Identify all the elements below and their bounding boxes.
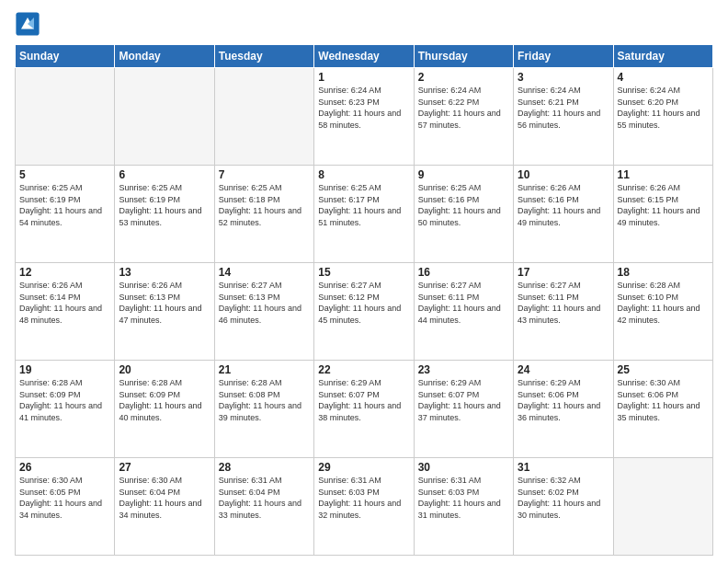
day-cell: 14Sunrise: 6:27 AMSunset: 6:13 PMDayligh… — [214, 263, 313, 361]
week-row-2: 12Sunrise: 6:26 AMSunset: 6:14 PMDayligh… — [16, 263, 713, 361]
day-cell — [115, 68, 214, 166]
weekday-header-saturday: Saturday — [613, 45, 712, 68]
day-info: Sunrise: 6:32 AMSunset: 6:02 PMDaylight:… — [518, 475, 609, 521]
day-info: Sunrise: 6:27 AMSunset: 6:11 PMDaylight:… — [518, 280, 609, 326]
weekday-header-monday: Monday — [115, 45, 214, 68]
day-info: Sunrise: 6:28 AMSunset: 6:09 PMDaylight:… — [119, 377, 210, 423]
day-info: Sunrise: 6:24 AMSunset: 6:20 PMDaylight:… — [618, 85, 709, 131]
weekday-header-friday: Friday — [514, 45, 613, 68]
day-number: 27 — [119, 461, 210, 474]
day-info: Sunrise: 6:27 AMSunset: 6:12 PMDaylight:… — [318, 280, 409, 326]
day-number: 20 — [119, 363, 210, 376]
day-cell — [214, 68, 313, 166]
day-info: Sunrise: 6:24 AMSunset: 6:22 PMDaylight:… — [418, 85, 509, 131]
day-info: Sunrise: 6:25 AMSunset: 6:16 PMDaylight:… — [418, 182, 509, 228]
day-cell: 26Sunrise: 6:30 AMSunset: 6:05 PMDayligh… — [16, 458, 115, 556]
day-number: 25 — [618, 363, 709, 376]
day-info: Sunrise: 6:31 AMSunset: 6:03 PMDaylight:… — [318, 475, 409, 521]
day-info: Sunrise: 6:30 AMSunset: 6:06 PMDaylight:… — [618, 377, 709, 423]
day-number: 16 — [418, 266, 509, 279]
day-number: 30 — [418, 461, 509, 474]
day-number: 9 — [418, 168, 509, 181]
day-cell: 12Sunrise: 6:26 AMSunset: 6:14 PMDayligh… — [16, 263, 115, 361]
weekday-header-thursday: Thursday — [414, 45, 513, 68]
day-number: 11 — [618, 168, 709, 181]
day-info: Sunrise: 6:31 AMSunset: 6:04 PMDaylight:… — [219, 475, 310, 521]
day-cell: 2Sunrise: 6:24 AMSunset: 6:22 PMDaylight… — [414, 68, 513, 166]
day-number: 23 — [418, 363, 509, 376]
day-number: 12 — [19, 266, 110, 279]
day-cell: 13Sunrise: 6:26 AMSunset: 6:13 PMDayligh… — [115, 263, 214, 361]
day-info: Sunrise: 6:25 AMSunset: 6:18 PMDaylight:… — [219, 182, 310, 228]
day-cell: 17Sunrise: 6:27 AMSunset: 6:11 PMDayligh… — [514, 263, 613, 361]
day-number: 13 — [119, 266, 210, 279]
day-cell: 21Sunrise: 6:28 AMSunset: 6:08 PMDayligh… — [214, 361, 313, 458]
week-row-4: 26Sunrise: 6:30 AMSunset: 6:05 PMDayligh… — [16, 458, 713, 556]
day-number: 15 — [318, 266, 409, 279]
day-cell: 6Sunrise: 6:25 AMSunset: 6:19 PMDaylight… — [115, 166, 214, 263]
day-cell: 1Sunrise: 6:24 AMSunset: 6:23 PMDaylight… — [314, 68, 414, 166]
day-cell: 23Sunrise: 6:29 AMSunset: 6:07 PMDayligh… — [414, 361, 513, 458]
day-info: Sunrise: 6:24 AMSunset: 6:23 PMDaylight:… — [318, 85, 409, 131]
day-info: Sunrise: 6:30 AMSunset: 6:05 PMDaylight:… — [19, 475, 110, 521]
day-number: 7 — [219, 168, 310, 181]
day-number: 8 — [318, 168, 409, 181]
day-cell — [16, 68, 115, 166]
day-info: Sunrise: 6:30 AMSunset: 6:04 PMDaylight:… — [119, 475, 210, 521]
day-number: 24 — [518, 363, 609, 376]
day-cell: 3Sunrise: 6:24 AMSunset: 6:21 PMDaylight… — [514, 68, 613, 166]
day-cell: 11Sunrise: 6:26 AMSunset: 6:15 PMDayligh… — [613, 166, 712, 263]
day-number: 5 — [19, 168, 110, 181]
day-cell: 8Sunrise: 6:25 AMSunset: 6:17 PMDaylight… — [314, 166, 414, 263]
weekday-header-wednesday: Wednesday — [314, 45, 414, 68]
day-info: Sunrise: 6:27 AMSunset: 6:11 PMDaylight:… — [418, 280, 509, 326]
day-number: 26 — [19, 461, 110, 474]
day-info: Sunrise: 6:29 AMSunset: 6:07 PMDaylight:… — [418, 377, 509, 423]
weekday-header-row: SundayMondayTuesdayWednesdayThursdayFrid… — [16, 45, 713, 68]
day-info: Sunrise: 6:26 AMSunset: 6:16 PMDaylight:… — [518, 182, 609, 228]
day-info: Sunrise: 6:27 AMSunset: 6:13 PMDaylight:… — [219, 280, 310, 326]
day-info: Sunrise: 6:29 AMSunset: 6:07 PMDaylight:… — [318, 377, 409, 423]
day-info: Sunrise: 6:26 AMSunset: 6:15 PMDaylight:… — [618, 182, 709, 228]
day-info: Sunrise: 6:24 AMSunset: 6:21 PMDaylight:… — [518, 85, 609, 131]
day-info: Sunrise: 6:25 AMSunset: 6:19 PMDaylight:… — [119, 182, 210, 228]
day-number: 2 — [418, 71, 509, 84]
day-number: 29 — [318, 461, 409, 474]
day-cell: 4Sunrise: 6:24 AMSunset: 6:20 PMDaylight… — [613, 68, 712, 166]
day-info: Sunrise: 6:28 AMSunset: 6:08 PMDaylight:… — [219, 377, 310, 423]
day-number: 18 — [618, 266, 709, 279]
day-number: 31 — [518, 461, 609, 474]
day-cell: 25Sunrise: 6:30 AMSunset: 6:06 PMDayligh… — [613, 361, 712, 458]
day-number: 21 — [219, 363, 310, 376]
day-number: 19 — [19, 363, 110, 376]
weekday-header-tuesday: Tuesday — [214, 45, 313, 68]
day-info: Sunrise: 6:29 AMSunset: 6:06 PMDaylight:… — [518, 377, 609, 423]
day-cell: 28Sunrise: 6:31 AMSunset: 6:04 PMDayligh… — [214, 458, 313, 556]
day-number: 28 — [219, 461, 310, 474]
day-cell: 22Sunrise: 6:29 AMSunset: 6:07 PMDayligh… — [314, 361, 414, 458]
day-cell: 7Sunrise: 6:25 AMSunset: 6:18 PMDaylight… — [214, 166, 313, 263]
day-cell: 27Sunrise: 6:30 AMSunset: 6:04 PMDayligh… — [115, 458, 214, 556]
day-info: Sunrise: 6:28 AMSunset: 6:10 PMDaylight:… — [618, 280, 709, 326]
day-cell — [613, 458, 712, 556]
day-number: 6 — [119, 168, 210, 181]
day-info: Sunrise: 6:25 AMSunset: 6:17 PMDaylight:… — [318, 182, 409, 228]
day-number: 4 — [618, 71, 709, 84]
day-cell: 16Sunrise: 6:27 AMSunset: 6:11 PMDayligh… — [414, 263, 513, 361]
day-number: 3 — [518, 71, 609, 84]
day-info: Sunrise: 6:26 AMSunset: 6:13 PMDaylight:… — [119, 280, 210, 326]
week-row-0: 1Sunrise: 6:24 AMSunset: 6:23 PMDaylight… — [16, 68, 713, 166]
page: SundayMondayTuesdayWednesdayThursdayFrid… — [0, 0, 728, 563]
day-info: Sunrise: 6:26 AMSunset: 6:14 PMDaylight:… — [19, 280, 110, 326]
day-info: Sunrise: 6:25 AMSunset: 6:19 PMDaylight:… — [19, 182, 110, 228]
week-row-3: 19Sunrise: 6:28 AMSunset: 6:09 PMDayligh… — [16, 361, 713, 458]
week-row-1: 5Sunrise: 6:25 AMSunset: 6:19 PMDaylight… — [16, 166, 713, 263]
logo — [15, 11, 44, 37]
day-info: Sunrise: 6:28 AMSunset: 6:09 PMDaylight:… — [19, 377, 110, 423]
day-info: Sunrise: 6:31 AMSunset: 6:03 PMDaylight:… — [418, 475, 509, 521]
day-cell: 30Sunrise: 6:31 AMSunset: 6:03 PMDayligh… — [414, 458, 513, 556]
day-number: 10 — [518, 168, 609, 181]
logo-icon — [15, 11, 40, 37]
day-cell: 31Sunrise: 6:32 AMSunset: 6:02 PMDayligh… — [514, 458, 613, 556]
day-cell: 5Sunrise: 6:25 AMSunset: 6:19 PMDaylight… — [16, 166, 115, 263]
